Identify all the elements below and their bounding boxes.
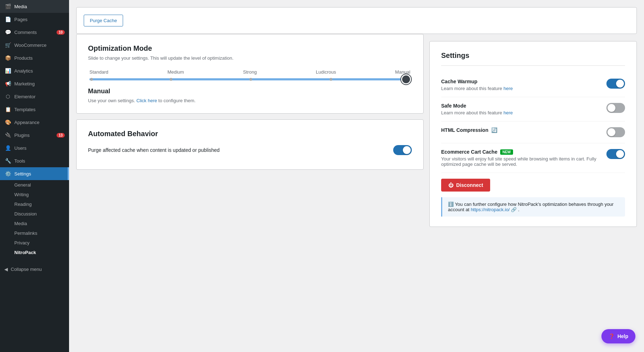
sidebar-item-label: Plugins: [14, 133, 30, 138]
ecommerce-cart-desc: Your visitors will enjoy full site speed…: [441, 156, 601, 167]
help-button[interactable]: ❓ Help: [601, 329, 635, 343]
sidebar-sub-privacy[interactable]: Privacy: [0, 238, 69, 248]
settings-row-html-compression: HTML Compression 🔄: [441, 122, 625, 143]
sidebar-sub-writing[interactable]: Writing: [0, 190, 69, 199]
current-mode-title: Manual: [88, 88, 412, 95]
slider-tick-2: [249, 78, 252, 81]
sidebar-sub-reading[interactable]: Reading: [0, 199, 69, 209]
ecommerce-cart-content: Ecommerce Cart Cache New Your visitors w…: [441, 149, 601, 167]
collapse-menu[interactable]: ◀ Collapse menu: [0, 263, 69, 276]
external-link-icon: 🔗: [511, 207, 517, 212]
optimization-mode-title: Optimization Mode: [88, 44, 412, 53]
automated-purge-toggle[interactable]: [393, 145, 412, 155]
sidebar-item-media[interactable]: 🎬 Media: [0, 0, 69, 13]
optimization-slider-track[interactable]: [89, 78, 410, 80]
sidebar-item-label: Appearance: [14, 120, 39, 125]
html-compression-toggle[interactable]: [606, 127, 625, 137]
sidebar-item-elementor[interactable]: ⬡ Elementor: [0, 90, 69, 103]
automated-behavior-card: Automated Behavior Purge affected cache …: [76, 119, 424, 170]
slider-thumb[interactable]: [401, 74, 411, 84]
sidebar-item-label: Media: [14, 4, 27, 9]
disconnect-button[interactable]: ⏻ Disconnect: [441, 179, 490, 192]
settings-row-cache-warmup: Cache Warmup Learn more about this featu…: [441, 73, 625, 97]
slider-labels: Standard Medium Strong Ludicrous Manual: [88, 69, 412, 75]
comments-badge: 10: [57, 30, 65, 35]
safe-mode-toggle[interactable]: [606, 103, 625, 113]
elementor-icon: ⬡: [4, 93, 11, 100]
sidebar-item-appearance[interactable]: 🎨 Appearance: [0, 116, 69, 129]
sidebar-item-woocommerce[interactable]: 🛒 WooCommerce: [0, 39, 69, 51]
sidebar: 🎬 Media 📄 Pages 💬 Comments 10 🛒 WooComme…: [0, 0, 69, 352]
automated-row-purge: Purge affected cache when content is upd…: [88, 141, 412, 159]
sidebar-item-label: Pages: [14, 17, 28, 22]
sidebar-item-tools[interactable]: 🔧 Tools: [0, 154, 69, 167]
sidebar-item-label: Templates: [14, 107, 35, 112]
collapse-icon: ◀: [4, 267, 8, 272]
sidebar-item-settings[interactable]: ⚙️ Settings: [0, 167, 69, 180]
sidebar-sub-permalinks[interactable]: Permalinks: [0, 228, 69, 238]
sidebar-item-label: WooCommerce: [14, 43, 47, 48]
sidebar-item-label: Marketing: [14, 81, 35, 86]
safe-mode-toggle-slider: [606, 103, 625, 113]
cache-warmup-toggle-slider: [606, 79, 625, 89]
marketing-icon: 📢: [4, 80, 11, 87]
html-compression-content: HTML Compression 🔄: [441, 127, 601, 134]
cache-warmup-title: Cache Warmup: [441, 79, 601, 84]
analytics-icon: 📊: [4, 67, 11, 74]
new-badge: New: [500, 149, 513, 155]
sidebar-item-analytics[interactable]: 📊 Analytics: [0, 64, 69, 77]
slider-label-standard: Standard: [89, 69, 108, 75]
products-icon: 📦: [4, 54, 11, 61]
sidebar-sub-media[interactable]: Media: [0, 219, 69, 228]
plugins-icon: 🔌: [4, 132, 11, 139]
sidebar-sub-general[interactable]: General: [0, 180, 69, 190]
sidebar-item-pages[interactable]: 📄 Pages: [0, 13, 69, 26]
sidebar-item-plugins[interactable]: 🔌 Plugins 13: [0, 129, 69, 142]
templates-icon: 📋: [4, 106, 11, 113]
ecommerce-cart-toggle[interactable]: [606, 149, 625, 159]
automated-purge-label: Purge affected cache when content is upd…: [88, 147, 220, 153]
html-compression-title: HTML Compression 🔄: [441, 127, 601, 133]
cache-warmup-link[interactable]: here: [503, 86, 513, 91]
safe-mode-link[interactable]: here: [503, 110, 513, 115]
tools-icon: 🔧: [4, 157, 11, 164]
sidebar-item-marketing[interactable]: 📢 Marketing: [0, 77, 69, 90]
click-here-link[interactable]: Click here: [136, 98, 157, 103]
sidebar-item-users[interactable]: 👤 Users: [0, 142, 69, 154]
sidebar-item-templates[interactable]: 📋 Templates: [0, 103, 69, 116]
slider-label-strong: Strong: [243, 69, 257, 75]
media-icon: 🎬: [4, 3, 11, 10]
purge-cache-button[interactable]: Purge Cache: [84, 15, 123, 26]
right-column: Settings Cache Warmup Learn more about t…: [429, 34, 637, 345]
settings-icon: ⚙️: [4, 170, 11, 177]
pages-icon: 📄: [4, 16, 11, 23]
sidebar-sub-discussion[interactable]: Discussion: [0, 209, 69, 219]
sidebar-sub-nitropack[interactable]: NitroPack: [0, 248, 69, 257]
sidebar-item-label: Tools: [14, 158, 25, 164]
slider-label-manual: Manual: [395, 69, 410, 75]
safe-mode-desc: Learn more about this feature here: [441, 110, 601, 115]
main-content: Purge Cache Optimization Mode Slide to c…: [69, 0, 644, 352]
slider-fill: [89, 78, 407, 80]
optimization-mode-card: Optimization Mode Slide to change your s…: [76, 34, 424, 114]
ecommerce-cart-toggle-slider: [606, 149, 625, 159]
settings-row-safe-mode: Safe Mode Learn more about this feature …: [441, 97, 625, 122]
automated-purge-toggle-slider: [393, 145, 412, 155]
nitropack-link[interactable]: https://nitropack.io/: [471, 207, 510, 212]
optimization-mode-subtitle: Slide to change your settings. This will…: [88, 55, 412, 61]
sidebar-item-products[interactable]: 📦 Products: [0, 51, 69, 64]
sidebar-item-comments[interactable]: 💬 Comments 10: [0, 26, 69, 39]
sidebar-item-label: Analytics: [14, 68, 33, 74]
content-wrapper: Optimization Mode Slide to change your s…: [69, 34, 644, 352]
optimization-slider-container: Standard Medium Strong Ludicrous Manual: [88, 69, 412, 80]
info-icon: ℹ️: [448, 202, 454, 207]
slider-label-medium: Medium: [167, 69, 184, 75]
cache-warmup-toggle[interactable]: [606, 79, 625, 89]
sidebar-item-label: Elementor: [14, 94, 35, 99]
safe-mode-content: Safe Mode Learn more about this feature …: [441, 103, 601, 115]
refresh-icon[interactable]: 🔄: [491, 127, 497, 133]
appearance-icon: 🎨: [4, 119, 11, 126]
users-icon: 👤: [4, 144, 11, 152]
sidebar-item-label: Settings: [14, 171, 31, 177]
woocommerce-icon: 🛒: [4, 41, 11, 49]
